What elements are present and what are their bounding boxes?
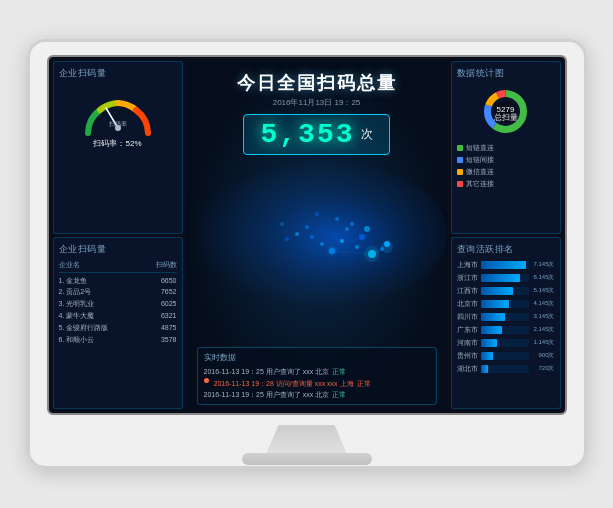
center-panel: 今日全国扫码总量 2016年11月13日 19：25 5,353 次 <box>186 61 448 409</box>
stats-panel: 数据统计图 5279 总扫量 <box>451 61 561 234</box>
svg-point-15 <box>295 232 299 236</box>
ranking-bar <box>481 274 520 282</box>
alert-bullet <box>204 378 209 383</box>
svg-point-17 <box>280 222 284 226</box>
legend-dot-2 <box>457 157 463 163</box>
center-bg: 今日全国扫码总量 2016年11月13日 19：25 5,353 次 <box>186 61 448 409</box>
ranking-bar-container <box>481 300 529 308</box>
table-header: 企业名 扫码数 <box>59 260 177 273</box>
monitor-stand <box>267 425 347 453</box>
map-dots <box>187 159 447 309</box>
ranking-item-4: 四川市 3.145次 <box>457 312 555 322</box>
legend-dot-3 <box>457 169 463 175</box>
svg-point-21 <box>364 226 370 232</box>
table-row: 6. 和顺小云 3578 <box>59 334 177 346</box>
legend-dot-1 <box>457 145 463 151</box>
ranking-bar <box>481 365 488 373</box>
ranking-bar-container <box>481 261 529 269</box>
table-row: 3. 光明乳业 6025 <box>59 298 177 310</box>
svg-point-18 <box>315 212 319 216</box>
table-row: 2. 贡品2号 7652 <box>59 286 177 298</box>
svg-point-19 <box>335 217 339 221</box>
ranking-bar <box>481 261 527 269</box>
data-table: 企业名 扫码数 1. 金龙鱼 6650 2. 贡品2号 7652 3. 光明乳业… <box>59 260 177 346</box>
ranking-panel: 查询活跃排名 上海市 7.145次 浙江市 6.145次 <box>451 237 561 410</box>
gauge-panel-title: 企业扫码量 <box>59 67 177 80</box>
legend: 短链直连 短链间接 微信直连 其它连接 <box>457 143 555 189</box>
monitor: 企业扫码量 扫码率 <box>27 39 587 469</box>
ranking-item-0: 上海市 7.145次 <box>457 260 555 270</box>
big-number-container: 5,353 次 <box>243 114 389 155</box>
svg-point-10 <box>340 239 344 243</box>
legend-item-3: 微信直连 <box>457 167 555 177</box>
svg-point-20 <box>350 222 354 226</box>
screen: 企业扫码量 扫码率 <box>47 55 567 415</box>
svg-text:扫码率: 扫码率 <box>108 120 127 127</box>
gauge-svg: 扫码率 <box>78 88 158 138</box>
realtime-row-2: 2016-11-13 19：28 访问/查询量 xxx xxx 上海 正常 <box>204 378 430 389</box>
svg-point-16 <box>285 237 289 241</box>
ranking-bar <box>481 339 498 347</box>
svg-point-12 <box>320 242 324 246</box>
ranking-list: 上海市 7.145次 浙江市 6.145次 江西市 <box>457 260 555 374</box>
realtime-panel: 实时数据 2016-11-13 19：25 用户查询了 xxx 北京 正常 20… <box>197 347 437 405</box>
gauge-container: 扫码率 扫码率：52% <box>59 88 177 149</box>
ranking-bar-container <box>481 352 529 360</box>
big-number: 5,353 <box>260 119 354 150</box>
svg-point-3 <box>235 179 425 299</box>
ranking-panel-title: 查询活跃排名 <box>457 243 555 256</box>
realtime-row-3: 2016-11-13 19：25 用户查询了 xxx 北京 正常 <box>204 389 430 400</box>
table-panel: 企业扫码量 企业名 扫码数 1. 金龙鱼 6650 2. 贡品2号 7652 <box>53 237 183 410</box>
ranking-item-5: 广东市 2.145次 <box>457 325 555 335</box>
gauge-panel: 企业扫码量 扫码率 <box>53 61 183 234</box>
ranking-item-3: 北京市 4.145次 <box>457 299 555 309</box>
ranking-bar <box>481 287 514 295</box>
ranking-bar-container <box>481 287 529 295</box>
map-area <box>187 159 447 309</box>
ranking-bar-container <box>481 274 529 282</box>
gauge-value: 扫码率：52% <box>93 138 141 149</box>
ranking-bar <box>481 326 503 334</box>
donut-container: 5279 总扫量 <box>457 84 555 139</box>
svg-point-9 <box>345 227 349 231</box>
ranking-bar-container <box>481 365 529 373</box>
monitor-base <box>242 453 372 465</box>
ranking-bar-container <box>481 339 529 347</box>
table-row: 4. 蒙牛大魔 6321 <box>59 310 177 322</box>
ranking-item-1: 浙江市 6.145次 <box>457 273 555 283</box>
svg-point-14 <box>305 225 309 229</box>
ranking-bar <box>481 313 506 321</box>
ranking-item-6: 河南市 1.145次 <box>457 338 555 348</box>
table-row: 5. 金骏府行路版 4875 <box>59 322 177 334</box>
svg-point-7 <box>355 245 359 249</box>
table-panel-title: 企业扫码量 <box>59 243 177 256</box>
stats-panel-title: 数据统计图 <box>457 67 555 80</box>
main-title: 今日全国扫码总量 <box>237 71 397 95</box>
svg-text:总扫量: 总扫量 <box>493 113 518 122</box>
legend-item-1: 短链直连 <box>457 143 555 153</box>
legend-item-2: 短链间接 <box>457 155 555 165</box>
ranking-item-2: 江西市 5.145次 <box>457 286 555 296</box>
legend-dot-4 <box>457 181 463 187</box>
ranking-item-7: 贵州市 900次 <box>457 351 555 361</box>
main-subtitle: 2016年11月13日 19：25 <box>273 97 361 108</box>
big-number-unit: 次 <box>361 126 373 143</box>
realtime-title: 实时数据 <box>204 352 430 363</box>
table-row: 1. 金龙鱼 6650 <box>59 275 177 287</box>
ranking-bar <box>481 300 510 308</box>
ranking-bar-container <box>481 326 529 334</box>
ranking-item-8: 湖北市 720次 <box>457 364 555 374</box>
realtime-row-1: 2016-11-13 19：25 用户查询了 xxx 北京 正常 <box>204 366 430 377</box>
dashboard: 企业扫码量 扫码率 <box>49 57 565 413</box>
legend-item-4: 其它连接 <box>457 179 555 189</box>
ranking-bar-container <box>481 313 529 321</box>
svg-point-13 <box>310 235 314 239</box>
donut-svg: 5279 总扫量 <box>478 84 533 139</box>
ranking-bar <box>481 352 493 360</box>
